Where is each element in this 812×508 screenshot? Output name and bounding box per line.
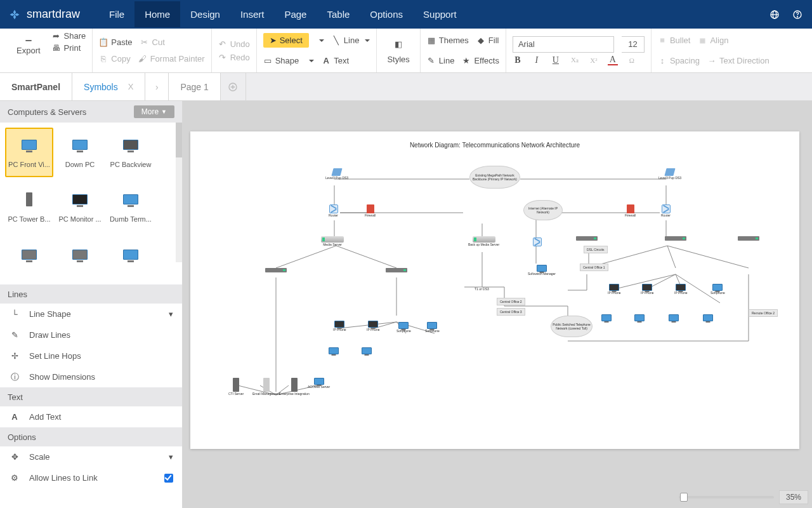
nav-page[interactable]: Page — [274, 1, 317, 27]
page-canvas[interactable]: Network Diagram: Telecommunications Netw… — [190, 131, 799, 449]
node-t1[interactable]: T1 or DS3 — [475, 287, 489, 291]
node-switch-2[interactable] — [386, 268, 407, 272]
node-router-left[interactable]: Router — [329, 204, 338, 217]
node-cloud-bot[interactable]: Public Switched Telephone Network (cover… — [551, 316, 593, 337]
fill-button[interactable]: ◆Fill — [476, 36, 499, 45]
node-softphone-3[interactable] — [329, 347, 339, 354]
spacing-button[interactable]: ↕Spacing — [658, 56, 700, 65]
symbol-scrollbar[interactable] — [176, 123, 182, 262]
node-enterprise[interactable]: Enterprise Integration — [279, 378, 310, 396]
node-ipphone-r1[interactable]: IP Phone — [608, 284, 620, 295]
node-softphone-r1[interactable]: Softphone — [710, 284, 725, 295]
shape-button[interactable]: ▭Shape — [263, 56, 299, 65]
draw-lines-item[interactable]: ✎Draw Lines — [0, 324, 182, 345]
text-color-button[interactable]: A — [608, 55, 618, 65]
node-switch-5[interactable] — [738, 236, 759, 241]
add-page-button[interactable] — [221, 73, 246, 100]
node-central3[interactable]: Central Office 3 — [497, 308, 525, 316]
styles-button[interactable]: ◧ Styles — [383, 35, 413, 67]
text-tool-button[interactable]: AText — [322, 56, 349, 65]
node-softphone-2[interactable]: Softphone — [425, 322, 440, 333]
symbol-item-9[interactable] — [107, 237, 155, 279]
node-switch-4[interactable] — [665, 236, 686, 241]
italic-button[interactable]: I — [532, 55, 542, 65]
node-modem-right[interactable]: Level3 Pop DS3 — [658, 168, 681, 180]
themes-button[interactable]: ▦Themes — [427, 36, 469, 45]
paste-button[interactable]: 📋Paste — [99, 37, 132, 47]
select-caret-icon[interactable] — [319, 39, 324, 42]
symbol-item-8[interactable] — [56, 237, 104, 279]
tab-chevron[interactable]: › — [145, 73, 169, 100]
shape-caret-icon[interactable] — [309, 60, 314, 62]
nav-home[interactable]: Home — [134, 1, 180, 27]
allow-lines-link-item[interactable]: ⚙Allow Lines to Link — [0, 467, 182, 488]
cut-button[interactable]: ✂Cut — [140, 37, 165, 47]
font-size-input[interactable] — [622, 36, 645, 53]
tab-smartpanel[interactable]: SmartPanel — [0, 73, 72, 100]
show-dimensions-item[interactable]: ⓘShow Dimensions — [0, 366, 182, 387]
nav-file[interactable]: File — [99, 1, 134, 27]
node-ipphone-r2[interactable]: IP Phone — [641, 284, 653, 295]
node-cloud-top[interactable]: Existing MegaPath Network Backbone (Prim… — [469, 166, 520, 189]
symbol-item-7[interactable] — [5, 237, 53, 279]
bullet-button[interactable]: ≡Bullet — [658, 36, 691, 45]
tab-symbols[interactable]: SymbolsX — [72, 73, 145, 100]
node-softphone-r4[interactable] — [669, 314, 679, 321]
zoom-label[interactable]: 35% — [779, 490, 808, 504]
node-acomm[interactable]: ACOMM Server — [308, 378, 330, 389]
nav-insert[interactable]: Insert — [230, 1, 275, 27]
nav-table[interactable]: Table — [317, 1, 360, 27]
add-text-item[interactable]: AAdd Text — [0, 406, 182, 427]
symbol-pc-tower[interactable]: PC Tower B... — [5, 182, 53, 232]
copy-button[interactable]: ⎘Copy — [99, 54, 130, 64]
node-router-mid[interactable] — [533, 237, 542, 246]
nav-support[interactable]: Support — [413, 1, 467, 27]
symbol-down-pc[interactable]: Down PC — [56, 128, 104, 177]
line-tool-button[interactable]: ╲Line — [332, 36, 370, 45]
nav-options[interactable]: Options — [360, 1, 413, 27]
globe-icon[interactable] — [769, 9, 780, 20]
node-softswitch[interactable]: Softswitch Manager — [528, 265, 556, 276]
node-modem-left[interactable]: Level3 Pop DS3 — [325, 168, 348, 180]
symbol-dumb-term[interactable]: Dumb Term... — [107, 182, 155, 232]
node-ipphone-1[interactable]: IP Phone — [333, 321, 346, 331]
omega-button[interactable]: Ω — [627, 55, 637, 65]
node-central2[interactable]: Central Office 2 — [497, 298, 525, 305]
tab-page1[interactable]: Page 1 — [169, 73, 220, 100]
node-ipphone-2[interactable]: IP Phone — [367, 321, 379, 331]
node-media-server[interactable]: Media Server — [321, 236, 344, 246]
print-button[interactable]: 🖶Print — [52, 43, 86, 53]
library-more-button[interactable]: More▼ — [134, 105, 174, 118]
undo-button[interactable]: ↶Undo — [218, 39, 250, 49]
text-direction-button[interactable]: →Text Direction — [707, 56, 769, 65]
node-switch-3[interactable] — [576, 236, 598, 241]
bold-button[interactable]: B — [513, 55, 523, 65]
symbol-pc-backview[interactable]: PC Backview — [107, 128, 155, 177]
node-dsl[interactable]: DSL Circuits — [584, 246, 608, 253]
node-softphone-4[interactable] — [362, 347, 372, 354]
share-button[interactable]: ➦Share — [52, 31, 86, 41]
node-softphone-r2[interactable] — [601, 314, 612, 321]
export-button[interactable]: Export — [13, 31, 44, 70]
node-cti[interactable]: CTI Server — [228, 378, 244, 396]
close-icon[interactable]: X — [128, 82, 134, 91]
superscript-button[interactable]: X² — [589, 55, 599, 65]
font-input[interactable] — [513, 36, 614, 53]
line-hops-item[interactable]: ✢Set Line Hops — [0, 345, 182, 366]
format-painter-button[interactable]: 🖌Format Painter — [138, 54, 205, 64]
checkbox-checked-icon[interactable] — [164, 474, 173, 483]
underline-button[interactable]: U — [551, 55, 561, 65]
node-router-right[interactable]: Router — [661, 204, 671, 217]
node-backup-media-server[interactable]: Back up Media Server — [468, 236, 499, 246]
scale-item[interactable]: ✥Scale▾ — [0, 446, 182, 467]
node-softphone-r5[interactable] — [703, 314, 713, 321]
node-central1[interactable]: Central Office 1 — [580, 264, 608, 271]
subscript-button[interactable]: X₂ — [570, 55, 580, 65]
node-ipphone-r3[interactable]: IP Phone — [674, 284, 687, 295]
align-button[interactable]: ≣Align — [698, 36, 728, 45]
node-softphone-1[interactable]: Softphone — [396, 322, 411, 333]
help-icon[interactable] — [792, 9, 803, 20]
nav-design[interactable]: Design — [180, 1, 230, 27]
effects-button[interactable]: ★Effects — [462, 56, 499, 65]
node-email[interactable]: Email Management — [252, 378, 280, 396]
